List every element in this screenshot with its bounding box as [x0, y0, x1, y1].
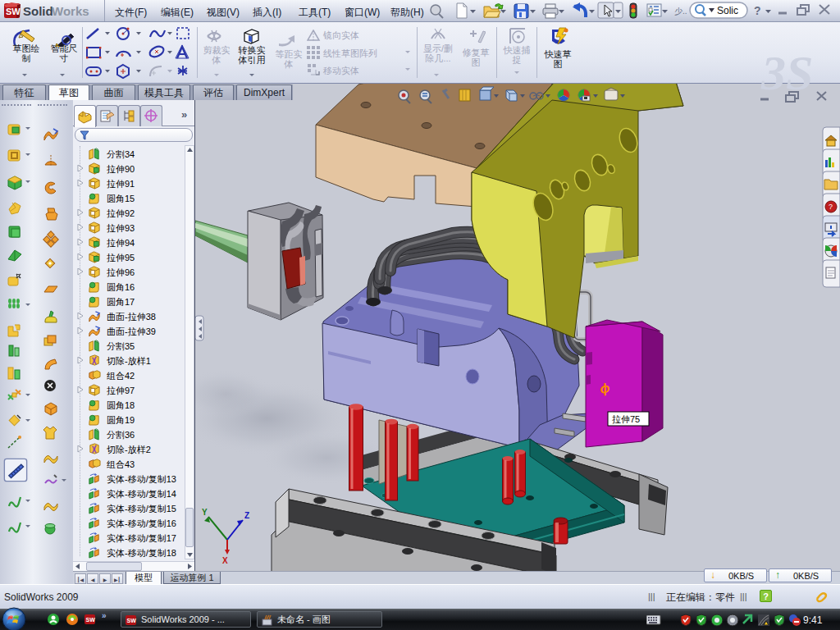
svg-text:X: X — [222, 556, 228, 565]
svg-text:SW: SW — [86, 617, 96, 623]
svg-text:SW: SW — [127, 618, 137, 623]
svg-text:拉伸75: 拉伸75 — [612, 414, 640, 424]
svg-text:Y: Y — [202, 508, 208, 517]
svg-text:Solic: Solic — [717, 5, 738, 16]
svg-text:?: ? — [754, 4, 761, 17]
svg-text:Z: Z — [244, 511, 249, 520]
svg-text:?: ? — [829, 203, 833, 211]
svg-text:少..: 少.. — [674, 7, 687, 16]
